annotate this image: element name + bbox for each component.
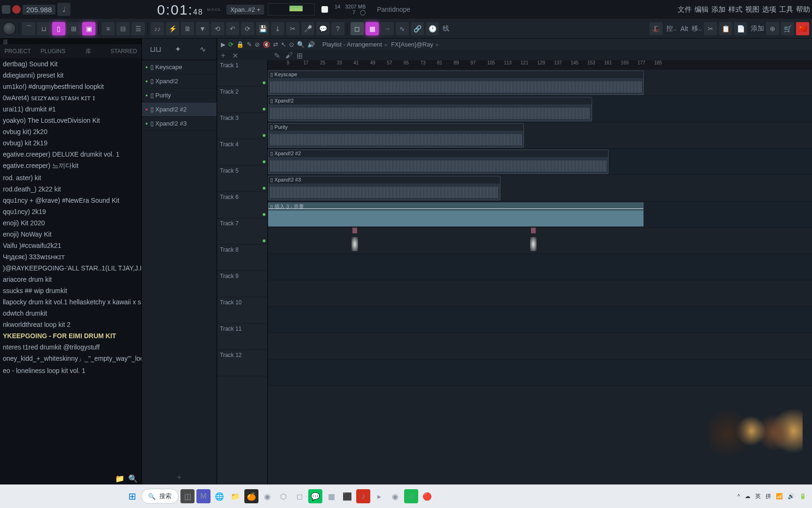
playlist-title[interactable]: Playlist - Arrangement [322,41,382,48]
playlist-clip[interactable]: ▯ Keyscape [268,71,644,95]
pl-close-icon[interactable]: ✕ [232,51,240,59]
track-row[interactable]: ▯ 插入 3 - 音量 [268,201,812,228]
playlist-marker[interactable] [531,228,536,233]
browser-item[interactable]: ddiegianni) preset kit [0,70,141,81]
tool-1-icon[interactable]: ⚡ [166,22,179,35]
tray-wifi-icon[interactable]: 📶 [776,493,783,500]
browser-item[interactable]: ovbug kit) 2k20 [0,126,141,137]
add-label[interactable]: 添加 [751,24,764,33]
browser-item[interactable]: nkworldthreat loop kit 2 [0,319,141,330]
ctrl-label[interactable]: 控.. [666,24,677,33]
playlist-clip[interactable]: ▯ Xpand!2 #3 [268,176,500,200]
browser-item[interactable]: ovbug) kit 2k19 [0,137,141,149]
view-playlist-button[interactable]: ≡ [102,22,115,35]
browser-tab-plugins[interactable]: PLUGINS [35,44,70,58]
step-icon[interactable]: ⊔⊔ [150,45,159,54]
automation-icon[interactable]: ∿ [396,22,409,35]
playlist-clip[interactable]: ▯ Xpand!2 [268,97,592,121]
clock-icon[interactable]: 🕐 [426,22,439,35]
playlist-cursor-icon[interactable]: ↖ [281,41,286,48]
track-header[interactable]: Track 3 [217,113,267,139]
spotify-icon[interactable]: ♫ [404,489,418,503]
playlist-ruler[interactable]: 9172533414957657381899710511312112913714… [268,60,812,70]
render-button[interactable]: ⤓ [271,22,284,35]
browser-item[interactable]: egative.creeper) DELUXE drumkit vol. 1 [0,149,141,160]
channel-item[interactable]: ▯ Xpand!2 [142,74,217,88]
track-header[interactable]: Track 2 [217,87,267,113]
record-button[interactable] [12,5,21,14]
track-row[interactable]: ▯ Keyscape [268,70,812,96]
view-pianoroll-button[interactable]: ⊟ [117,22,130,35]
browser-item[interactable]: qqu1ncy + @krave) #NewEra Sound Kit [0,195,141,206]
browser-item[interactable]: ssucks ## wip drumkit [0,285,141,296]
cut-icon[interactable]: ✂ [286,22,299,35]
main-volume-knob[interactable] [3,22,16,35]
pl-tool-1[interactable]: + [221,51,228,59]
browser-item[interactable]: Vaifu )#ccwaifu2k21 [0,240,141,251]
browser-item[interactable]: dertbag) Sound Kit [0,58,141,70]
browser-item[interactable]: 0wAret4) ꜱᴇɪᴢʏᴀᴋᴜ ꜱᴛᴀꜱʜ ᴋɪᴛ ɪ [0,92,141,103]
paste-icon[interactable]: 📄 [734,22,747,35]
browser-item[interactable]: eo - loneliness loop kit vol. 1 [0,365,141,376]
browser-item[interactable]: um1ko!) #drugmybestfriend loopkit [0,81,141,92]
hat-icon[interactable]: 🎩 [649,22,663,35]
playlist-brush-icon[interactable]: ✎ [247,41,252,48]
track-row[interactable]: ▯ Purity [268,122,812,149]
browser-item[interactable]: urai11) drumkit #1 [0,103,141,115]
browser-item[interactable]: egative.creeper) 느끼다kit [0,160,141,172]
app-2-icon[interactable]: ⬡ [276,489,290,503]
tray-arrow-icon[interactable]: ^ [737,493,740,500]
browser-tab-starred[interactable]: STARRED [106,44,141,58]
mic-icon[interactable]: 🎤 [301,22,314,35]
app-5-icon[interactable]: ⬛ [340,489,354,503]
playlist-clip[interactable]: ▯ Xpand!2 #2 [268,150,609,174]
channel-item[interactable]: ▯ Purity [142,88,217,103]
playlist-clip[interactable]: ▯ 插入 3 - 音量 [268,202,644,227]
browser-tab-library[interactable]: 库 [71,44,106,58]
folder-icon[interactable]: 📁 [115,474,125,483]
playlist-clip[interactable]: ▯ Purity [268,123,524,148]
track-header[interactable]: Track 10 [217,297,267,324]
browser-item[interactable]: enoji) NoWay Kit [0,229,141,240]
browser-item[interactable]: ariacore drum kit [0,274,141,285]
taskbar-search[interactable]: 🔍 搜索 [141,489,179,504]
tray-cloud-icon[interactable]: ☁ [745,493,750,500]
explorer-icon[interactable]: 📁 [228,489,242,503]
playlist-play-icon[interactable]: ▶ [221,41,226,48]
track-header[interactable]: Track 5 [217,166,267,192]
netease-icon[interactable]: ♪ [356,489,370,503]
pl-pianoroll-icon[interactable]: ⊞ [297,51,304,59]
taskview-icon[interactable]: ◫ [180,489,195,503]
browser-item[interactable]: enoji) Kit 2020 [0,217,141,229]
track-row[interactable] [268,359,812,386]
playlist-arrangement-name[interactable]: FX[Asen]@Ray [391,41,433,48]
copy-icon[interactable]: 📋 [719,22,732,35]
browser-item[interactable]: )@RAYKEEPGOING-'ALL STAR..1(LIL TJAY,J.I… [0,262,141,274]
wechat-icon[interactable]: 💬 [308,489,322,503]
channel-item[interactable]: ▯ Keyscape [142,60,217,74]
app-6-icon[interactable]: ▸ [372,489,386,503]
track-header[interactable]: Track 9 [217,271,267,297]
menu-file[interactable]: 文件 [678,5,692,14]
undo-icon[interactable]: ↶ [226,22,239,35]
browser-item[interactable]: rod. aster) kit [0,172,141,183]
menu-add[interactable]: 添加 [711,5,726,14]
pattern-add-icon[interactable]: + [257,6,260,13]
playlist-grid[interactable]: 9172533414957657381899710511312112913714… [268,60,812,484]
browser-item[interactable]: llapocky drum kit vol.1 hellasketchy x k… [0,296,141,308]
cart-icon[interactable]: 🛒 [781,22,794,35]
menu-view[interactable]: 视图 [745,5,759,14]
track-header[interactable]: Track 12 [217,350,267,376]
menu-options[interactable]: 选项 [762,5,776,14]
track-header[interactable]: Track 4 [217,139,267,166]
start-button[interactable]: ⊞ [125,489,139,503]
playlist-zoom-icon[interactable]: 🔍 [297,41,304,48]
flag-cn-icon[interactable]: 🇨🇳 [796,22,809,35]
app-3-icon[interactable]: ◻ [292,489,306,503]
tray-battery-icon[interactable]: 🔋 [799,493,806,500]
browser-item[interactable]: YKEEPGOING - FOR EIMI DRUM KIT [0,330,141,341]
menu-patterns[interactable]: 样式 [728,5,742,14]
comment-icon[interactable]: 💬 [316,22,329,35]
metronome-icon[interactable]: ♩ [57,3,70,16]
playlist-precise-icon[interactable]: ⊙ [289,41,294,48]
